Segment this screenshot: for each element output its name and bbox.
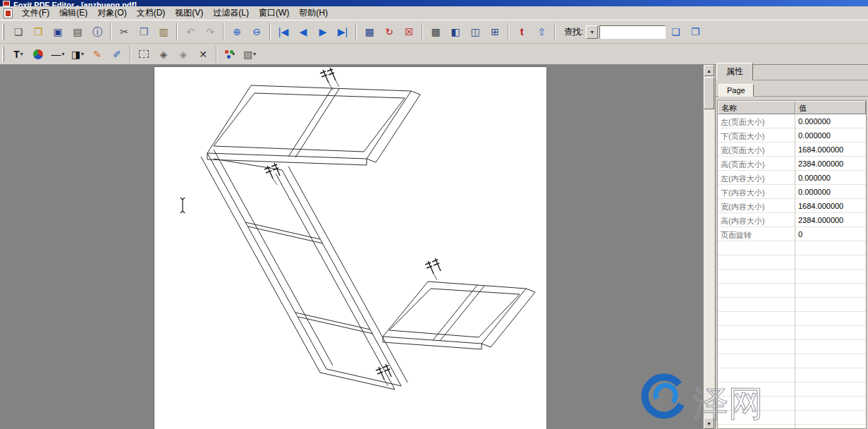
print-button[interactable]: ▤ — [68, 23, 87, 41]
rotate-page-button[interactable]: ↻ — [380, 23, 398, 41]
object-transform-button[interactable]: ◈ — [154, 45, 173, 64]
redo-button[interactable]: ↷ — [201, 23, 219, 41]
app-icon[interactable] — [3, 1, 10, 6]
line-tool-button[interactable]: —▾ — [49, 45, 67, 64]
line-tool-dropdown-arrow[interactable]: ▾ — [61, 51, 64, 57]
drawing-toolbar-buttons: T▾—▾◨▾✎✐◈◈✕▾▧▾ — [8, 45, 259, 64]
color-scheme-dropdown-arrow[interactable]: ▾ — [232, 51, 235, 57]
search-document-button[interactable]: ❏ — [666, 23, 685, 41]
property-row-empty — [718, 241, 866, 255]
page-transition-button[interactable]: ⇧ — [532, 23, 551, 41]
fill-style-button[interactable]: ◨▾ — [68, 45, 87, 64]
property-row[interactable]: 下(内容大小)0.000000 — [718, 185, 866, 199]
toolbar-grip[interactable] — [2, 24, 4, 40]
property-name: 下(内容大小) — [718, 185, 795, 199]
menu-view[interactable]: 视图(V) — [170, 6, 208, 20]
menu-help[interactable]: 帮助(H) — [294, 6, 333, 20]
zoom-in-button[interactable]: ⊕ — [228, 23, 246, 41]
property-row[interactable]: 下(页面大小)0.000000 — [718, 128, 866, 143]
text-tool-button[interactable]: T▾ — [9, 45, 27, 64]
marquee-select-button[interactable] — [135, 45, 153, 64]
undo-button[interactable]: ↶ — [181, 23, 200, 41]
cut-button[interactable]: ✂ — [115, 23, 133, 41]
menu-edit[interactable]: 编辑(E) — [54, 6, 92, 20]
property-value: 0.000000 — [795, 185, 866, 199]
zoom-out-button[interactable]: ⊖ — [247, 23, 266, 41]
page-layout-button[interactable]: ▦ — [360, 23, 379, 41]
property-row[interactable]: 高(页面大小)2384.000000 — [718, 157, 866, 171]
object-arrange-button[interactable]: ◈ — [174, 45, 192, 64]
copy-button[interactable]: ❒ — [135, 23, 153, 41]
pages-panel-button[interactable]: ◧ — [446, 23, 465, 41]
pattern-fill-dropdown-arrow[interactable]: ▾ — [253, 51, 256, 57]
save-button[interactable]: ▣ — [49, 23, 67, 41]
zoom-in-icon: ⊕ — [233, 27, 241, 37]
chevron-down-icon: ▾ — [591, 29, 594, 35]
property-row[interactable]: 页面旋转0 — [718, 227, 866, 241]
paste-button[interactable]: ▥ — [154, 23, 173, 41]
find-label: 查找: — [564, 26, 583, 38]
property-row[interactable]: 左(内容大小)0.000000 — [718, 171, 866, 185]
document-canvas[interactable] — [0, 65, 703, 429]
last-page-button[interactable]: ▶| — [334, 23, 352, 41]
column-header-name[interactable]: 名称 — [718, 101, 795, 114]
menu-object[interactable]: 对象(O) — [92, 6, 131, 20]
scroll-down-button[interactable]: ▼ — [704, 418, 714, 429]
menu-document[interactable]: 文档(D) — [132, 6, 171, 20]
edit-content-button[interactable]: ✐ — [108, 45, 126, 64]
fill-style-icon: ◨ — [71, 49, 80, 59]
grid-view-button[interactable]: ▩ — [427, 23, 445, 41]
property-row-empty — [718, 270, 866, 284]
delete-page-button[interactable]: ☒ — [400, 23, 418, 41]
first-page-button[interactable]: |◀ — [274, 23, 293, 41]
vertical-scrollbar[interactable]: ▲ ▼ — [703, 65, 714, 429]
tab-properties[interactable]: 属性 — [716, 63, 753, 80]
menu-file[interactable]: 文件(F) — [17, 6, 54, 20]
last-page-icon: ▶| — [338, 27, 348, 37]
document-icon[interactable] — [4, 8, 13, 18]
tools-button[interactable]: ✕ — [194, 45, 212, 64]
find-options-dropdown[interactable]: ▾ — [586, 25, 598, 39]
menu-filter[interactable]: 过滤器(L) — [208, 6, 254, 20]
scroll-up-button[interactable]: ▲ — [704, 65, 714, 76]
scrollbar-thumb[interactable] — [704, 77, 714, 109]
pattern-fill-button[interactable]: ▧▾ — [240, 45, 259, 64]
property-row-empty — [718, 368, 866, 382]
next-page-button[interactable]: ▶ — [314, 23, 332, 41]
property-name — [718, 382, 795, 397]
text-extract-button[interactable]: t — [513, 23, 531, 41]
first-page-icon: |◀ — [279, 27, 288, 37]
new-document-button[interactable]: ❏ — [9, 23, 27, 41]
document-info-button[interactable]: ⓘ — [88, 23, 106, 41]
menu-window[interactable]: 窗口(W) — [254, 6, 294, 20]
split-view-button[interactable]: ◫ — [466, 23, 484, 41]
quad-view-icon: ⊞ — [491, 27, 499, 37]
find-input[interactable] — [599, 25, 666, 39]
property-value — [795, 397, 866, 411]
color-picker-button[interactable] — [29, 45, 47, 64]
marquee-select-icon — [139, 50, 149, 58]
tab-page[interactable]: Page — [719, 84, 754, 97]
toolbar-separator — [508, 23, 509, 40]
column-header-value[interactable]: 值 — [795, 101, 866, 114]
find-toolbar-buttons: ❏❐ — [666, 23, 705, 41]
object-transform-icon: ◈ — [160, 49, 168, 59]
toolbar-grip[interactable] — [2, 47, 4, 62]
previous-page-button[interactable]: ◀ — [294, 23, 312, 41]
pdf-page[interactable] — [154, 66, 547, 429]
property-row[interactable]: 左(页面大小)0.000000 — [718, 114, 866, 128]
property-row[interactable]: 宽(页面大小)1684.000000 — [718, 143, 866, 157]
properties-grid-header: 名称 值 — [718, 101, 866, 114]
color-scheme-button[interactable]: ▾ — [221, 45, 239, 64]
quad-view-button[interactable]: ⊞ — [486, 23, 504, 41]
search-results-button[interactable]: ❐ — [686, 23, 704, 41]
fill-style-dropdown-arrow[interactable]: ▾ — [81, 51, 84, 57]
open-file-button[interactable]: ❐ — [29, 23, 47, 41]
property-row[interactable]: 宽(内容大小)1684.000000 — [718, 199, 866, 213]
property-name — [718, 270, 795, 284]
edit-object-button[interactable]: ✎ — [88, 45, 106, 64]
property-name — [718, 397, 795, 411]
color-scheme-icon — [225, 50, 228, 54]
text-tool-dropdown-arrow[interactable]: ▾ — [20, 51, 23, 57]
property-row[interactable]: 高(内容大小)2384.000000 — [718, 213, 866, 227]
